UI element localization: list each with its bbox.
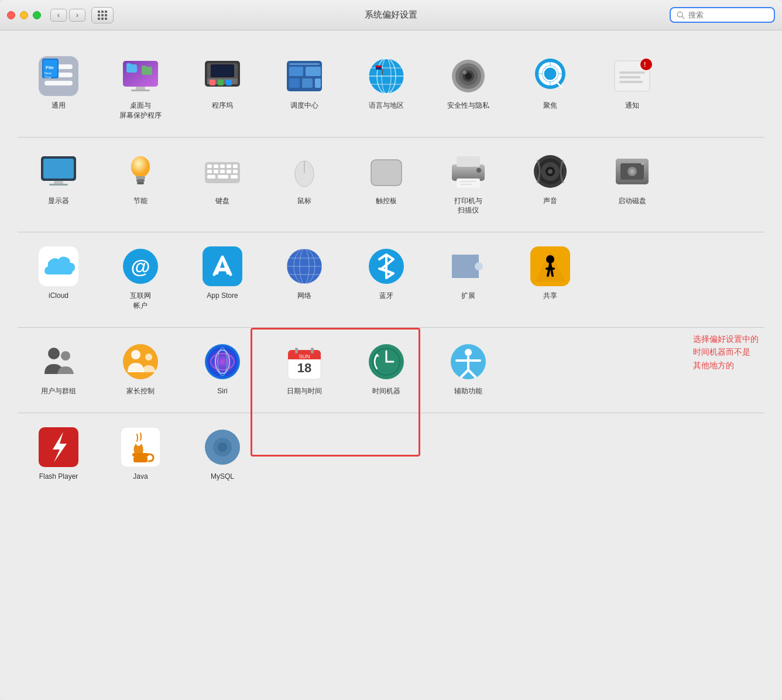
section-hardware: 显示器 [18,138,764,233]
sidebar-item-java[interactable]: Java [100,423,181,486]
mysql-icon [203,427,242,467]
sidebar-item-timemachine[interactable]: 时间机器 [345,337,427,401]
svg-rect-94 [457,179,480,188]
sidebar-item-network[interactable]: 网络 [263,242,345,315]
trackpad-label: 触控板 [376,196,397,206]
sidebar-item-general[interactable]: File New One 通用 [18,52,100,125]
system-preferences-window: ‹ › 系统偏好设置 [0,0,782,700]
svg-rect-70 [136,179,145,182]
sidebar-item-trackpad[interactable]: 触控板 [345,147,427,221]
sidebar-item-mission[interactable]: 调度中心 [263,52,345,125]
sidebar-item-notification[interactable]: ! 通知 [591,52,673,125]
sidebar-item-desktop[interactable]: 桌面与屏幕保护程序 [100,52,181,125]
sidebar-item-display[interactable]: 显示器 [18,147,100,221]
svg-rect-89 [371,160,402,186]
svg-point-124 [475,262,483,270]
sidebar-item-siri[interactable]: Siri [181,337,263,401]
sidebar-item-appstore[interactable]: A App Store [181,242,263,315]
timemachine-icon [366,342,406,382]
sidebar-item-parental[interactable]: 家长控制 [100,337,181,401]
svg-rect-165 [206,445,212,449]
sidebar-item-flash[interactable]: Flash Player [18,423,100,486]
trackpad-icon [366,152,406,191]
svg-rect-33 [289,63,320,65]
sidebar-item-language[interactable]: 语言与地区 [345,52,427,125]
svg-point-49 [463,71,467,74]
svg-rect-22 [210,80,215,85]
svg-point-132 [145,354,152,361]
svg-rect-83 [207,175,215,179]
svg-point-128 [48,348,60,359]
dock-label: 程序坞 [212,101,233,111]
section-system: 用户与群组 家长控制 [18,328,764,413]
svg-rect-81 [227,170,231,173]
svg-rect-29 [306,67,321,76]
sidebar-item-icloud[interactable]: iCloud [18,242,100,315]
mysql-label: MySQL [211,472,234,482]
siri-icon [203,342,242,382]
mouse-icon [284,152,324,191]
startup-label: 启动磁盘 [618,196,646,206]
sharing-icon [530,246,570,286]
svg-rect-85 [231,175,238,179]
sidebar-item-startup[interactable]: 启动磁盘 [591,147,673,221]
svg-text:@: @ [131,255,150,277]
svg-rect-163 [220,431,225,437]
annotation-text: 选择偏好设置中的时间机器而不是其他地方的 [693,332,759,372]
close-button[interactable] [7,11,15,19]
sidebar-item-datetime[interactable]: 18 SUN 日期与时间 [263,337,345,401]
sidebar-item-keyboard[interactable]: 键盘 [181,147,263,221]
security-label: 安全性与隐私 [447,101,489,111]
svg-rect-140 [295,348,298,354]
energy-icon [121,152,160,191]
sidebar-item-printer[interactable]: 打印机与扫描仪 [427,147,509,221]
bluetooth-icon [366,246,406,286]
language-icon [366,56,406,96]
sidebar-item-security[interactable]: 安全性与隐私 [427,52,509,125]
sidebar-item-bluetooth[interactable]: 蓝牙 [345,242,427,315]
svg-rect-71 [137,182,144,184]
sidebar-item-mysql[interactable]: MySQL [181,423,263,486]
sidebar-item-internet[interactable]: @ 互联网帐户 [100,242,181,315]
sound-icon [530,152,570,191]
accessibility-icon [448,342,488,382]
forward-button[interactable]: › [69,9,85,22]
sidebar-item-extensions[interactable]: 扩展 [427,242,509,315]
svg-rect-76 [227,164,231,168]
search-box[interactable] [670,7,775,23]
sidebar-item-users[interactable]: 用户与群组 [18,337,100,401]
section-internet: iCloud @ 互联网帐户 A [18,232,764,328]
sidebar-item-mouse[interactable]: 鼠标 [263,147,345,221]
svg-point-97 [476,168,481,173]
java-icon [121,427,160,467]
svg-rect-66 [49,184,68,186]
svg-rect-26 [212,66,233,76]
sidebar-item-accessibility[interactable]: 辅助功能 [427,337,509,401]
svg-text:18: 18 [297,361,311,375]
general-label: 通用 [52,101,66,111]
svg-rect-73 [207,164,212,168]
svg-rect-24 [226,80,232,85]
sidebar-item-dock[interactable]: 程序坞 [181,52,263,125]
svg-text:One: One [44,76,52,79]
grid-view-button[interactable] [91,7,114,23]
minimize-button[interactable] [20,11,28,19]
back-button[interactable]: ‹ [50,9,67,22]
printer-icon [448,152,488,191]
svg-rect-95 [460,181,476,182]
svg-point-58 [640,59,652,70]
sidebar-item-energy[interactable]: 节能 [100,147,181,221]
sidebar-item-spotlight[interactable]: 聚焦 [509,52,591,125]
svg-point-130 [123,344,158,379]
icloud-label: iCloud [49,291,68,301]
sidebar-item-sharing[interactable]: 共享 [509,242,591,315]
sharing-label: 共享 [543,291,557,301]
accessibility-label: 辅助功能 [454,386,482,396]
svg-rect-16 [142,66,146,68]
sidebar-item-sound[interactable]: 声音 [509,147,591,221]
titlebar: ‹ › 系统偏好设置 [0,0,782,30]
search-input[interactable] [688,11,764,19]
svg-rect-32 [315,78,321,88]
maximize-button[interactable] [33,11,41,19]
window-title: 系统偏好设置 [365,9,417,20]
